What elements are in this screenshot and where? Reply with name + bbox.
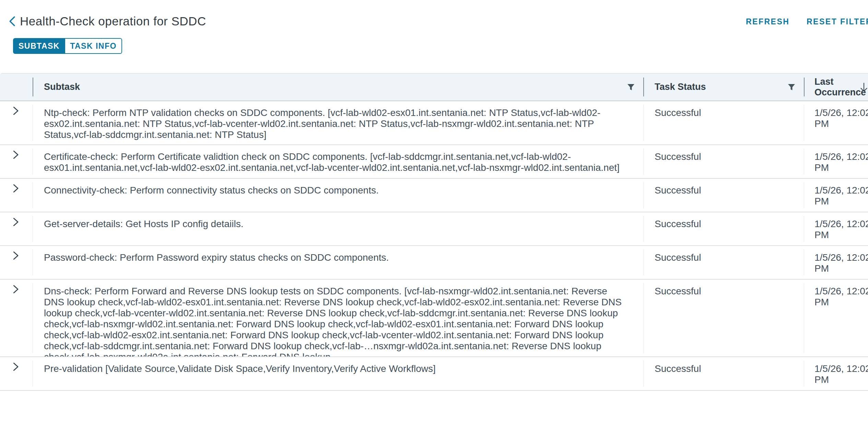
header-subtask[interactable]: Subtask: [33, 73, 643, 101]
task-status-filter-button[interactable]: [787, 83, 796, 91]
row-expand-button[interactable]: [11, 284, 21, 295]
row-expand-cell: [0, 145, 33, 178]
subtask-filter-button[interactable]: [627, 83, 635, 91]
row-expand-cell: [0, 246, 33, 279]
header-subtask-label: Subtask: [44, 82, 80, 92]
row-expand-button[interactable]: [11, 251, 21, 261]
task-status-cell: Successful: [643, 179, 804, 212]
row-expand-button[interactable]: [11, 362, 21, 372]
subtask-cell: Certificate-check: Perform Certificate v…: [33, 145, 643, 178]
page-title: Health-Check operation for SDDC: [20, 14, 206, 28]
row-expand-button[interactable]: [11, 184, 21, 194]
chevron-left-icon: [8, 16, 16, 27]
arrow-down-sort-icon: [859, 82, 868, 92]
row-expand-button[interactable]: [11, 217, 21, 227]
header-task-status[interactable]: Task Status: [643, 73, 804, 101]
chevron-right-icon: [11, 362, 21, 372]
table-row: Get-server-details: Get Hosts IP config …: [0, 212, 868, 246]
refresh-button[interactable]: REFRESH: [746, 17, 789, 26]
header-task-status-label: Task Status: [655, 82, 706, 92]
chevron-right-icon: [11, 217, 21, 227]
header-last-occurrence-label: Last Occurrence: [814, 77, 866, 98]
subtask-cell: Pre-validation [Validate Source,Validate…: [33, 357, 643, 390]
row-expand-cell: [0, 212, 33, 245]
chevron-right-icon: [11, 284, 21, 294]
row-expand-cell: [0, 179, 33, 212]
chevron-right-icon: [11, 106, 21, 116]
row-expand-cell: [0, 101, 33, 144]
back-button[interactable]: [8, 16, 16, 27]
task-status-cell: Successful: [643, 101, 804, 144]
table-body: Ntp-check: Perform NTP validation checks…: [0, 101, 868, 391]
tab-task-info[interactable]: TASK INFO: [65, 38, 122, 54]
last-occurrence-cell: 1/5/26, 12:02 PM: [804, 179, 868, 212]
chevron-right-icon: [11, 184, 21, 193]
datagrid-header: Subtask Task Status Last Occurre: [0, 73, 868, 101]
reset-filter-button[interactable]: RESET FILTERS: [807, 17, 868, 26]
last-occurrence-cell: 1/5/26, 12:02 PM: [804, 101, 868, 144]
table-row: Ntp-check: Perform NTP validation checks…: [0, 101, 868, 145]
task-status-cell: Successful: [643, 357, 804, 390]
chevron-right-icon: [11, 251, 21, 260]
row-expand-button[interactable]: [11, 150, 21, 160]
subtask-cell: Get-server-details: Get Hosts IP config …: [33, 212, 643, 245]
header-expand-column: [0, 73, 33, 101]
filter-funnel-icon: [627, 83, 635, 91]
table-row: Certificate-check: Perform Certificate v…: [0, 145, 868, 179]
task-status-cell: Successful: [643, 145, 804, 178]
last-occurrence-cell: 1/5/26, 12:02 PM: [804, 212, 868, 245]
subtask-cell: Dns-check: Perform Forward and Reverse D…: [33, 280, 643, 356]
row-expand-button[interactable]: [11, 106, 21, 116]
table-row: Password-check: Perform Password expiry …: [0, 246, 868, 280]
table-row: Dns-check: Perform Forward and Reverse D…: [0, 280, 868, 357]
subtask-cell: Ntp-check: Perform NTP validation checks…: [33, 101, 643, 144]
header-last-occurrence[interactable]: Last Occurrence: [804, 73, 868, 101]
filter-funnel-icon: [787, 83, 796, 91]
table-row: Connectivity-check: Perform connectivity…: [0, 179, 868, 212]
last-occurrence-cell: 1/5/26, 12:02 PM: [804, 357, 868, 390]
tab-subtask[interactable]: SUBTASK: [13, 38, 65, 54]
task-status-cell: Successful: [643, 246, 804, 279]
last-occurrence-cell: 1/5/26, 12:02 PM: [804, 246, 868, 279]
task-status-cell: Successful: [643, 280, 804, 356]
last-occurrence-cell: 1/5/26, 12:02 PM: [804, 145, 868, 178]
subtask-cell: Connectivity-check: Perform connectivity…: [33, 179, 643, 212]
row-expand-cell: [0, 357, 33, 390]
task-status-cell: Successful: [643, 212, 804, 245]
view-toggle-group: SUBTASK TASK INFO: [13, 38, 122, 54]
table-row: Pre-validation [Validate Source,Validate…: [0, 357, 868, 391]
subtask-cell: Password-check: Perform Password expiry …: [33, 246, 643, 279]
row-expand-cell: [0, 280, 33, 356]
subtask-datagrid: Subtask Task Status Last Occurre: [0, 73, 868, 391]
chevron-right-icon: [11, 150, 21, 160]
last-occurrence-cell: 1/5/26, 12:02 PM: [804, 280, 868, 356]
